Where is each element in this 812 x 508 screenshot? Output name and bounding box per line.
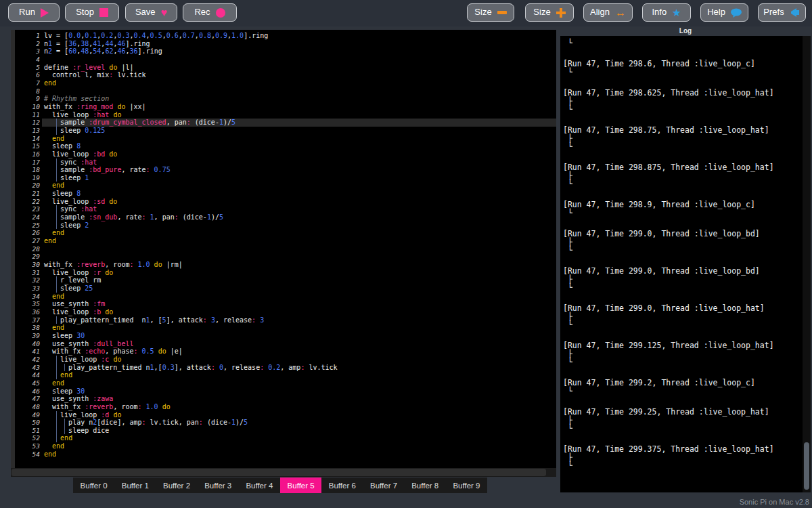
code-line[interactable]: 44 end — [15, 371, 556, 379]
run-button[interactable]: Run — [8, 3, 60, 22]
buffer-tab-1[interactable]: Buffer 1 — [114, 478, 156, 493]
code-line[interactable]: 39 sleep 30 — [15, 332, 556, 340]
code-line[interactable]: 46 sleep 30 — [15, 387, 556, 396]
code-line[interactable]: 24 sample :sn_dub, rate: 1, pan: (dice-1… — [15, 213, 556, 221]
code-line[interactable]: 7end — [15, 79, 556, 87]
code-line[interactable]: 5define :r_level do |l| — [15, 64, 556, 72]
code-line[interactable]: 17 sync :hat — [15, 158, 556, 167]
buffer-tab-6[interactable]: Buffer 6 — [321, 478, 363, 493]
code-lines[interactable]: 1lv = [0.0,0.1,0.2,0.3,0.4,0.5,0.6,0.7,0… — [15, 32, 556, 469]
code-line[interactable]: 37 play_pattern_timed n1, [5], attack: 3… — [15, 316, 556, 324]
code-line[interactable]: 9# Rhythm section — [15, 95, 556, 103]
buffer-tabs[interactable]: Buffer 0Buffer 1Buffer 2Buffer 3Buffer 4… — [73, 478, 487, 493]
line-number: 31 — [15, 269, 40, 277]
code-line[interactable]: 34 end — [15, 293, 556, 301]
code-line[interactable]: 47 use_synth :zawa — [15, 395, 556, 403]
code-line[interactable]: 21 sleep 8 — [15, 190, 556, 198]
buffer-tab-7[interactable]: Buffer 7 — [363, 478, 404, 493]
code-line[interactable]: 32 r_level rm — [15, 276, 556, 284]
log-entry-branch: ├ — [563, 238, 800, 246]
code-line[interactable]: 4 — [15, 56, 556, 64]
line-number: 50 — [15, 419, 40, 427]
code-line[interactable]: 31 live_loop :r do — [15, 269, 556, 277]
stop-button[interactable]: Stop — [65, 3, 119, 22]
line-number: 46 — [15, 387, 40, 396]
log-entry-branch: └ — [563, 209, 800, 217]
button-label: Stop — [76, 7, 94, 16]
code-line[interactable]: 33 sleep 25 — [15, 284, 556, 293]
code-line[interactable]: 20 end — [15, 182, 556, 190]
code-text: control l, mix: lv.tick — [44, 71, 146, 79]
code-line[interactable]: 51 sleep dice — [15, 427, 556, 435]
align-button[interactable]: Align↔ — [583, 3, 633, 22]
code-line[interactable]: 50 play n2[dice], amp: lv.tick, pan: (di… — [15, 419, 556, 427]
prefs-button[interactable]: Prefs — [758, 3, 806, 22]
line-number: 5 — [15, 64, 40, 72]
log-entry-branch: └ — [563, 39, 800, 47]
line-number: 22 — [15, 198, 40, 206]
code-line[interactable]: 11 live_loop :hat do — [15, 111, 556, 119]
code-line[interactable]: 25 sleep 2 — [15, 221, 556, 230]
help-button[interactable]: Help — [700, 3, 748, 22]
code-text: with_fx :ring_mod do |xx| — [44, 103, 146, 111]
code-line[interactable]: 18 sample :bd_pure, rate: 0.75 — [15, 166, 556, 174]
editor-horizontal-scrollbar[interactable] — [11, 468, 556, 477]
code-line[interactable]: 23 sync :hat — [15, 205, 556, 213]
size-button[interactable]: Size — [467, 3, 514, 22]
code-line[interactable]: 15 sleep 8 — [15, 142, 556, 150]
rec-button[interactable]: Rec — [183, 3, 237, 22]
code-line[interactable]: 10with_fx :ring_mod do |xx| — [15, 103, 556, 111]
buffer-tab-8[interactable]: Buffer 8 — [405, 478, 446, 493]
save-button[interactable]: Save♥ — [125, 3, 177, 22]
code-line[interactable]: 13 sleep 0.125 — [15, 127, 556, 135]
code-line[interactable]: 53 end — [15, 442, 556, 450]
code-line[interactable]: 30with_fx :reverb, room: 1.0 do |rm| — [15, 261, 556, 269]
buffer-tab-4[interactable]: Buffer 4 — [239, 478, 280, 493]
code-line[interactable]: 29 — [15, 253, 556, 261]
line-number: 53 — [15, 442, 40, 450]
info-button[interactable]: Info★ — [642, 3, 691, 22]
buffer-tab-5[interactable]: Buffer 5 — [280, 478, 321, 493]
line-number: 8 — [15, 87, 40, 96]
code-line[interactable]: 8 — [15, 87, 556, 96]
size-button[interactable]: Size — [525, 3, 574, 22]
code-line[interactable]: 41 with_fx :echo, phase: 0.5 do |e| — [15, 347, 556, 356]
code-line[interactable]: 1lv = [0.0,0.1,0.2,0.3,0.4,0.5,0.6,0.7,0… — [15, 32, 556, 40]
code-line[interactable]: 48 with_fx :reverb, room: 1.0 do — [15, 403, 556, 411]
log-entry-branch: └ — [563, 461, 800, 469]
code-line[interactable]: 6 control l, mix: lv.tick — [15, 71, 556, 79]
line-number: 13 — [15, 127, 40, 135]
code-line[interactable]: 14 end — [15, 135, 556, 143]
scrollbar-thumb[interactable] — [804, 442, 809, 490]
code-line[interactable]: 35 use_synth :fm — [15, 300, 556, 308]
buffer-tab-3[interactable]: Buffer 3 — [198, 478, 239, 493]
code-line[interactable]: 45 end — [15, 379, 556, 387]
code-line[interactable]: 22 live_loop :sd do — [15, 198, 556, 206]
code-line[interactable]: 27end — [15, 237, 556, 245]
code-line[interactable]: 38 end — [15, 324, 556, 332]
buffer-tab-0[interactable]: Buffer 0 — [73, 478, 114, 493]
code-line[interactable]: 49 live_loop :d do — [15, 411, 556, 419]
line-number: 20 — [15, 182, 40, 190]
line-number: 12 — [15, 119, 40, 127]
code-line[interactable]: 19 sleep 1 — [15, 174, 556, 182]
code-line[interactable]: 3n2 = [60,48,54,62,46,36].ring — [15, 47, 556, 56]
buffer-tab-2[interactable]: Buffer 2 — [156, 478, 197, 493]
code-line[interactable]: 2n1 = [36,38,41,44,46].ring — [15, 40, 556, 48]
buffer-tab-9[interactable]: Buffer 9 — [446, 478, 487, 493]
log-scrollbar[interactable] — [803, 36, 811, 492]
code-line[interactable]: 16 live_loop :bd do — [15, 150, 556, 158]
code-line[interactable]: 26 end — [15, 229, 556, 237]
log-entry-branch: └ — [563, 387, 800, 395]
scrollbar-thumb[interactable] — [12, 469, 546, 476]
code-line[interactable]: 54end — [15, 450, 556, 459]
code-line[interactable]: 42 live_loop :c do — [15, 356, 556, 364]
code-line[interactable]: 12 sample :drum_cymbal_closed, pan: (dic… — [15, 119, 556, 127]
log-panel[interactable]: └[Run 47, Time 298.6, Thread :live_loop_… — [560, 36, 803, 492]
code-editor[interactable]: 1lv = [0.0,0.1,0.2,0.3,0.4,0.5,0.6,0.7,0… — [11, 30, 556, 477]
code-line[interactable]: 52 end — [15, 434, 556, 442]
code-line[interactable]: 43 play_pattern_timed n1,[0.3], attack: … — [15, 364, 556, 372]
code-line[interactable]: 28 — [15, 245, 556, 253]
code-line[interactable]: 40 use_synth :dull_bell — [15, 340, 556, 348]
code-line[interactable]: 36 live_loop :b do — [15, 308, 556, 316]
